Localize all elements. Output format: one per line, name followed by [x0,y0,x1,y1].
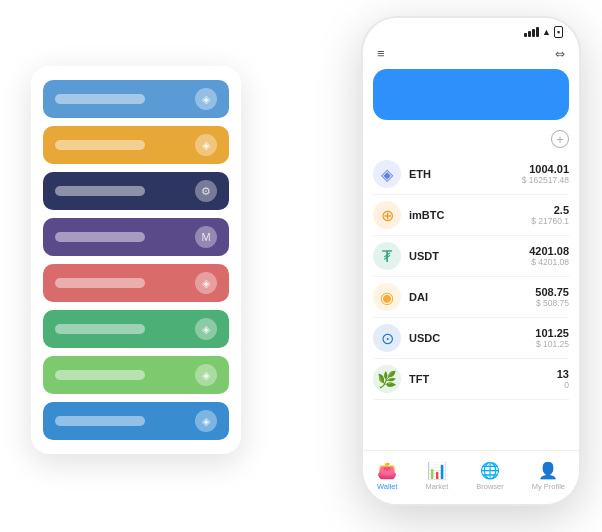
asset-row-tft[interactable]: 🌿 TFT 13 0 [373,359,569,400]
signal-icon [524,27,539,37]
card-label-6 [55,370,145,380]
asset-icon-dai: ◉ [373,283,401,311]
status-icons: ▲ ▪ [524,26,563,38]
expand-icon[interactable]: ⇔ [555,47,565,61]
asset-row-usdc[interactable]: ⊙ USDC 101.25 $ 101.25 [373,318,569,359]
asset-amount-eth: 1004.01 [522,163,569,175]
asset-left-4: ⊙ USDC [373,324,440,352]
asset-usd-usdc: $ 101.25 [535,339,569,349]
asset-usd-eth: $ 162517.48 [522,175,569,185]
nav-item-market[interactable]: 📊 Market [425,461,448,491]
asset-left-2: ₮ USDT [373,242,439,270]
eth-hero-card[interactable] [373,69,569,120]
asset-icon-eth: ◈ [373,160,401,188]
asset-icon-usdt: ₮ [373,242,401,270]
asset-row-usdt[interactable]: ₮ USDT 4201.08 $ 4201.08 [373,236,569,277]
asset-name-usdt: USDT [409,250,439,262]
nav-label-3: My Profile [532,482,565,491]
card-icon-3: M [195,226,217,248]
nav-icon-3: 👤 [538,461,558,480]
asset-name-tft: TFT [409,373,429,385]
nav-icon-2: 🌐 [480,461,500,480]
asset-amount-tft: 13 [557,368,569,380]
asset-amount-imbtc: 2.5 [531,204,569,216]
card-label-0 [55,94,145,104]
phone-content: + ◈ ETH 1004.01 $ 162517.48 ⊕ imBTC [363,69,579,400]
left-panel-card-0[interactable]: ◈ [43,80,229,118]
asset-name-usdc: USDC [409,332,440,344]
nav-label-2: Browser [476,482,504,491]
nav-icon-0: 👛 [377,461,397,480]
card-icon-4: ◈ [195,272,217,294]
eth-balance [387,85,555,108]
asset-row-dai[interactable]: ◉ DAI 508.75 $ 508.75 [373,277,569,318]
asset-usd-tft: 0 [557,380,569,390]
phone-header: ≡ ⇔ [363,42,579,69]
nav-label-1: Market [425,482,448,491]
asset-left-5: 🌿 TFT [373,365,429,393]
asset-icon-tft: 🌿 [373,365,401,393]
asset-list: ◈ ETH 1004.01 $ 162517.48 ⊕ imBTC 2.5 $ … [373,154,569,400]
status-bar: ▲ ▪ [363,18,579,42]
asset-row-imbtc[interactable]: ⊕ imBTC 2.5 $ 21760.1 [373,195,569,236]
card-label-1 [55,140,145,150]
wifi-icon: ▲ [542,27,551,37]
battery-icon: ▪ [554,26,563,38]
bottom-nav: 👛 Wallet 📊 Market 🌐 Browser 👤 My Profile [363,450,579,504]
asset-right-5: 13 0 [557,368,569,390]
asset-right-4: 101.25 $ 101.25 [535,327,569,349]
asset-left-1: ⊕ imBTC [373,201,444,229]
add-asset-button[interactable]: + [551,130,569,148]
assets-header: + [373,130,569,148]
card-icon-7: ◈ [195,410,217,432]
asset-right-0: 1004.01 $ 162517.48 [522,163,569,185]
card-label-3 [55,232,145,242]
asset-name-imbtc: imBTC [409,209,444,221]
phone-frame: ▲ ▪ ≡ ⇔ [361,16,581,506]
asset-amount-usdc: 101.25 [535,327,569,339]
card-icon-6: ◈ [195,364,217,386]
left-panel-card-5[interactable]: ◈ [43,310,229,348]
left-panel-card-2[interactable]: ⚙ [43,172,229,210]
left-panel-card-1[interactable]: ◈ [43,126,229,164]
card-icon-1: ◈ [195,134,217,156]
card-label-7 [55,416,145,426]
card-icon-2: ⚙ [195,180,217,202]
left-panel-card-7[interactable]: ◈ [43,402,229,440]
menu-icon[interactable]: ≡ [377,46,385,61]
left-panel-card-3[interactable]: M [43,218,229,256]
nav-item-browser[interactable]: 🌐 Browser [476,461,504,491]
card-label-2 [55,186,145,196]
card-label-5 [55,324,145,334]
asset-amount-dai: 508.75 [535,286,569,298]
card-icon-5: ◈ [195,318,217,340]
nav-icon-1: 📊 [427,461,447,480]
asset-left-3: ◉ DAI [373,283,428,311]
asset-row-eth[interactable]: ◈ ETH 1004.01 $ 162517.48 [373,154,569,195]
asset-name-eth: ETH [409,168,431,180]
asset-amount-usdt: 4201.08 [529,245,569,257]
asset-name-dai: DAI [409,291,428,303]
asset-left-0: ◈ ETH [373,160,431,188]
nav-label-0: Wallet [377,482,398,491]
asset-right-1: 2.5 $ 21760.1 [531,204,569,226]
asset-usd-dai: $ 508.75 [535,298,569,308]
asset-right-2: 4201.08 $ 4201.08 [529,245,569,267]
scene: ◈ ◈ ⚙ M ◈ ◈ ◈ ◈ [21,16,581,516]
asset-icon-usdc: ⊙ [373,324,401,352]
left-panel-card-6[interactable]: ◈ [43,356,229,394]
card-icon-0: ◈ [195,88,217,110]
left-panel: ◈ ◈ ⚙ M ◈ ◈ ◈ ◈ [31,66,241,454]
asset-icon-imbtc: ⊕ [373,201,401,229]
left-panel-card-4[interactable]: ◈ [43,264,229,302]
asset-usd-usdt: $ 4201.08 [529,257,569,267]
asset-usd-imbtc: $ 21760.1 [531,216,569,226]
card-label-4 [55,278,145,288]
nav-item-my-profile[interactable]: 👤 My Profile [532,461,565,491]
asset-right-3: 508.75 $ 508.75 [535,286,569,308]
nav-item-wallet[interactable]: 👛 Wallet [377,461,398,491]
